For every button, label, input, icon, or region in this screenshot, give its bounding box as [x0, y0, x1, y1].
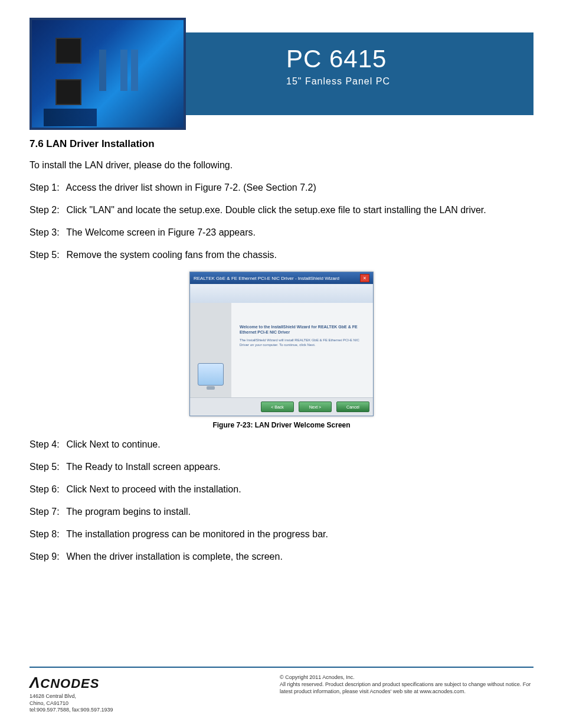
step-text: Click "LAN" and locate the setup.exe. Do… — [64, 205, 486, 215]
step-text: The Ready to Install screen appears. — [64, 462, 221, 472]
installer-heading: Welcome to the InstallShield Wizard for … — [240, 324, 365, 335]
step-line: Step 5: The Ready to Install screen appe… — [30, 460, 533, 474]
step-line: Step 5: Remove the system cooling fans f… — [30, 248, 533, 262]
back-button[interactable]: < Back — [261, 401, 294, 412]
installer-body-text: The InstallShield Wizard will install RE… — [240, 338, 365, 348]
step-line: Step 4: Click Next to continue. — [30, 438, 533, 452]
step-line: Step 7: The program begins to install. — [30, 505, 533, 519]
intro-paragraph: To install the LAN driver, please do the… — [30, 158, 533, 172]
installer-titlebar: REALTEK GbE & FE Ethernet PCI-E NIC Driv… — [190, 272, 373, 284]
step-text: Remove the system cooling fans from the … — [64, 250, 277, 260]
monitor-icon — [198, 363, 224, 386]
installer-footer: < Back Next > Cancel — [190, 397, 373, 416]
brand-logo: ΛCNODES — [30, 674, 113, 692]
step-label: Step 2: — [30, 203, 64, 217]
installer-window-title: REALTEK GbE & FE Ethernet PCI-E NIC Driv… — [194, 276, 339, 281]
step-label: Step 5: — [30, 460, 64, 474]
address-line-3: tel:909.597.7588, fax:909.597.1939 — [30, 707, 113, 714]
step-text: Click Next to proceed with the installat… — [64, 484, 241, 494]
copyright-line-1: © Copyright 2011 Acnodes, Inc. — [280, 674, 533, 681]
step-label: Step 3: — [30, 226, 64, 240]
step-line: Step 9: When the driver installation is … — [30, 550, 533, 564]
installer-strip — [190, 284, 373, 303]
brand-logo-text: CNODES — [40, 676, 99, 691]
step-text: Click Next to continue. — [64, 439, 161, 449]
next-button[interactable]: Next > — [299, 401, 332, 412]
step-line: Step 2: Click "LAN" and locate the setup… — [30, 203, 533, 217]
step-text: When the driver installation is complete… — [64, 551, 283, 561]
step-label: Step 8: — [30, 527, 64, 541]
step-line: Step 1: Access the driver list shown in … — [30, 181, 533, 195]
figure-caption: Figure 7-23: LAN Driver Welcome Screen — [30, 421, 533, 429]
step-label: Step 1: — [30, 181, 64, 195]
copyright-block: © Copyright 2011 Acnodes, Inc. All right… — [280, 674, 533, 695]
header-banner: PC 6415 15" Fanless Panel PC — [30, 18, 533, 130]
page-footer: ΛCNODES 14628 Central Blvd, Chino, CA917… — [30, 667, 533, 714]
step-label: Step 7: — [30, 505, 64, 519]
figure-block: REALTEK GbE & FE Ethernet PCI-E NIC Driv… — [30, 272, 533, 429]
address-line-2: Chino, CA91710 — [30, 700, 113, 707]
step-label: Step 6: — [30, 482, 64, 497]
banner-title-block: PC 6415 15" Fanless Panel PC — [186, 32, 533, 115]
step-text: The installation progress can be monitor… — [64, 529, 328, 539]
product-subtitle: 15" Fanless Panel PC — [286, 76, 533, 87]
installer-window: REALTEK GbE & FE Ethernet PCI-E NIC Driv… — [189, 272, 374, 416]
section-heading: 7.6 LAN Driver Installation — [30, 138, 533, 150]
cancel-button[interactable]: Cancel — [336, 401, 369, 412]
close-icon[interactable]: × — [360, 274, 369, 282]
copyright-line-2: All rights reserved. Product description… — [280, 681, 533, 695]
step-line: Step 6: Click Next to proceed with the i… — [30, 482, 533, 497]
step-label: Step 5: — [30, 248, 64, 262]
step-text: The program begins to install. — [64, 507, 191, 517]
step-label: Step 9: — [30, 550, 64, 564]
step-label: Step 4: — [30, 438, 64, 452]
step-line: Step 8: The installation progress can be… — [30, 527, 533, 541]
product-title: PC 6415 — [286, 45, 533, 73]
installer-main: Welcome to the InstallShield Wizard for … — [231, 303, 373, 397]
installer-sidebar — [190, 303, 231, 397]
step-line: Step 3: The Welcome screen in Figure 7-2… — [30, 226, 533, 240]
address-line-1: 14628 Central Blvd, — [30, 693, 113, 700]
address-block: 14628 Central Blvd, Chino, CA91710 tel:9… — [30, 693, 113, 714]
step-text: The Welcome screen in Figure 7-23 appear… — [64, 227, 256, 237]
motherboard-image — [30, 18, 186, 130]
step-text: Access the driver list shown in Figure 7… — [64, 182, 316, 192]
